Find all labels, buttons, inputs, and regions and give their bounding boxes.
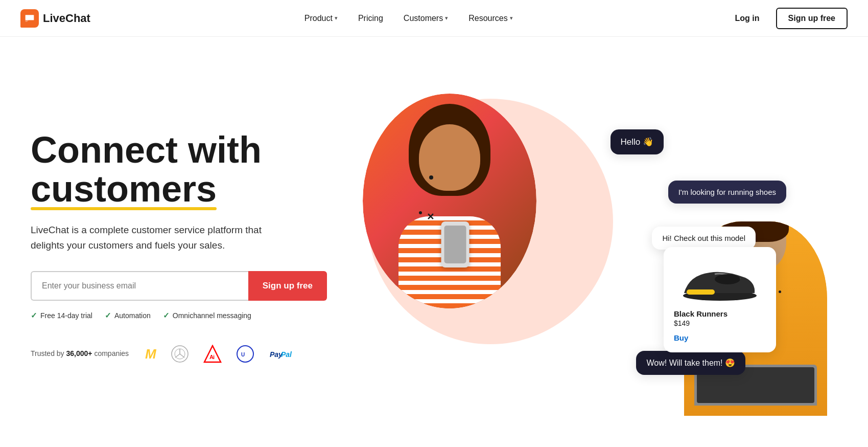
nav-actions: Log in Sign up free: [727, 8, 848, 29]
unilever-logo: U: [236, 345, 254, 363]
brand-logos: M Ai: [145, 345, 294, 363]
svg-text:Ai: Ai: [209, 354, 215, 360]
chat-bubble-hello: Hello 👋: [611, 129, 664, 154]
svg-text:U: U: [241, 352, 245, 357]
logo-icon: [20, 9, 39, 28]
signup-hero-button[interactable]: Sign up free: [248, 271, 327, 301]
navbar: LiveChat Product ▾ Pricing Customers ▾ R…: [0, 0, 868, 37]
svg-rect-0: [27, 16, 33, 17]
svg-rect-1: [27, 18, 30, 19]
login-button[interactable]: Log in: [727, 10, 768, 27]
svg-line-5: [175, 354, 180, 357]
logo-text: LiveChat: [43, 12, 90, 25]
hero-section: Connect with customers LiveChat is a com…: [0, 37, 868, 447]
nav-links: Product ▾ Pricing Customers ▾ Resources …: [296, 10, 521, 27]
paypal-logo: Pay Pal: [269, 345, 294, 363]
signup-form: Sign up free: [31, 271, 327, 301]
product-shoe-image: [674, 257, 766, 303]
mercedes-logo: [171, 345, 189, 363]
product-price: $149: [674, 319, 766, 327]
hero-title: Connect with customers: [31, 131, 327, 208]
logo[interactable]: LiveChat: [20, 9, 90, 28]
product-buy-button[interactable]: Buy: [674, 333, 766, 342]
mcdonalds-logo: M: [145, 346, 156, 362]
hero-description: LiveChat is a complete customer service …: [31, 222, 296, 253]
product-name: Black Runners: [674, 309, 766, 318]
svg-line-6: [180, 354, 184, 357]
check-icon: ✓: [105, 311, 111, 320]
email-input[interactable]: [31, 271, 248, 301]
svg-point-15: [715, 274, 740, 284]
hero-left: Connect with customers LiveChat is a com…: [31, 131, 327, 363]
product-card: Black Runners $149 Buy: [664, 247, 776, 352]
chat-bubble-looking: I'm looking for running shoes: [668, 181, 786, 204]
signup-nav-button[interactable]: Sign up free: [776, 8, 848, 29]
perk-automation: ✓ Automation: [105, 311, 151, 320]
chevron-down-icon: ▾: [510, 15, 513, 21]
chevron-down-icon: ▾: [445, 15, 448, 21]
svg-rect-14: [687, 289, 715, 295]
adobe-logo: Ai: [203, 345, 222, 363]
nav-item-customers[interactable]: Customers ▾: [395, 10, 456, 27]
hero-right: ✕ Hello 👋 I'm looking for running shoes …: [327, 68, 848, 426]
check-icon: ✓: [163, 311, 170, 320]
chat-bubble-wow: Wow! Will take them! 😍: [636, 351, 745, 375]
chat-bubbles-container: Hello 👋 I'm looking for running shoes Hi…: [327, 68, 848, 426]
perk-omnichannel: ✓ Omnichannel messaging: [163, 311, 251, 320]
nav-item-resources[interactable]: Resources ▾: [460, 10, 521, 27]
nav-item-product[interactable]: Product ▾: [296, 10, 346, 27]
svg-point-9: [237, 346, 253, 362]
chat-bubble-checkmodel: Hi! Check out this model: [652, 227, 756, 250]
livechat-icon: [25, 13, 35, 24]
chevron-down-icon: ▾: [335, 15, 338, 21]
svg-text:Pal: Pal: [281, 350, 292, 359]
nav-item-pricing[interactable]: Pricing: [350, 10, 391, 27]
perk-trial: ✓ Free 14-day trial: [31, 311, 92, 320]
perks-list: ✓ Free 14-day trial ✓ Automation ✓ Omnic…: [31, 311, 327, 320]
trusted-section: Trusted by 36,000+ companies M: [31, 345, 327, 363]
trusted-text: Trusted by 36,000+ companies: [31, 349, 129, 359]
check-icon: ✓: [31, 311, 37, 320]
